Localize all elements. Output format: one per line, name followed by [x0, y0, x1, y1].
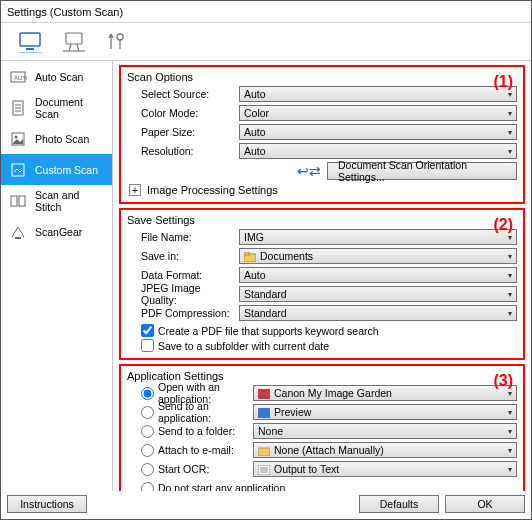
svg-rect-15 — [11, 196, 17, 206]
tab-network-icon[interactable] — [61, 31, 87, 53]
svg-point-4 — [117, 34, 123, 40]
sidebar-item-label: ScanGear — [35, 226, 82, 238]
sidebar: AUTO Auto Scan Document Scan Photo Scan … — [1, 61, 113, 491]
footer: Instructions Defaults OK — [1, 491, 531, 519]
section-save-settings: (2) Save Settings File Name: IMG▾ Save i… — [119, 208, 525, 360]
svg-rect-20 — [258, 389, 270, 399]
label-pdf-compression: PDF Compression: — [127, 307, 239, 319]
window-title: Settings (Custom Scan) — [1, 1, 531, 23]
label-save-in: Save in: — [127, 250, 239, 262]
expand-icon[interactable]: + — [129, 184, 141, 196]
sidebar-item-photo-scan[interactable]: Photo Scan — [1, 123, 112, 154]
defaults-button[interactable]: Defaults — [359, 495, 439, 513]
sidebar-item-label: Custom Scan — [35, 164, 98, 176]
radio-do-not-start[interactable]: Do not start any application — [127, 482, 285, 492]
sidebar-item-scan-stitch[interactable]: Scan and Stitch — [1, 185, 112, 216]
section-tag: (2) — [493, 216, 513, 234]
select-color-mode[interactable]: Color▾ — [239, 105, 517, 121]
sidebar-item-document-scan[interactable]: Document Scan — [1, 92, 112, 123]
label-data-format: Data Format: — [127, 269, 239, 281]
select-save-in[interactable]: Documents▾ — [239, 248, 517, 264]
sidebar-item-auto-scan[interactable]: AUTO Auto Scan — [1, 61, 112, 92]
svg-rect-22 — [258, 448, 270, 456]
section-application-settings: (3) Application Settings Open with an ap… — [119, 364, 525, 491]
label-color-mode: Color Mode: — [127, 107, 239, 119]
main-panel: (1) Scan Options Select Source: Auto▾ Co… — [113, 61, 531, 491]
image-processing-label: Image Processing Settings — [147, 184, 278, 196]
sidebar-item-label: Document Scan — [35, 96, 104, 120]
select-open-app[interactable]: Canon My Image Garden▾ — [253, 385, 517, 401]
select-paper-size[interactable]: Auto▾ — [239, 124, 517, 140]
svg-rect-21 — [258, 408, 270, 418]
refresh-icon[interactable]: ↩⇄ — [297, 163, 321, 179]
svg-rect-0 — [20, 33, 40, 46]
sidebar-item-label: Scan and Stitch — [35, 189, 104, 213]
select-pdf-compression[interactable]: Standard▾ — [239, 305, 517, 321]
svg-text:AUTO: AUTO — [14, 75, 27, 81]
svg-point-13 — [15, 135, 18, 138]
checkbox-subfolder-date[interactable]: Save to a subfolder with current date — [127, 339, 517, 352]
section-title: Scan Options — [127, 71, 517, 83]
select-ocr[interactable]: Output to Text▾ — [253, 461, 517, 477]
section-tag: (3) — [493, 372, 513, 390]
dialog-window: Settings (Custom Scan) AUTO Auto Scan Do… — [0, 0, 532, 520]
sidebar-item-label: Auto Scan — [35, 71, 83, 83]
radio-send-folder[interactable]: Send to a folder: — [127, 425, 253, 438]
orientation-settings-button[interactable]: Document Scan Orientation Settings... — [327, 162, 517, 180]
label-paper-size: Paper Size: — [127, 126, 239, 138]
svg-rect-16 — [19, 196, 25, 206]
sidebar-item-label: Photo Scan — [35, 133, 89, 145]
toolbar — [1, 23, 531, 61]
label-jpeg-quality: JPEG Image Quality: — [127, 282, 239, 306]
section-scan-options: (1) Scan Options Select Source: Auto▾ Co… — [119, 65, 525, 204]
select-send-app[interactable]: Preview▾ — [253, 404, 517, 420]
svg-rect-19 — [244, 252, 249, 255]
svg-rect-17 — [15, 237, 21, 239]
select-source[interactable]: Auto▾ — [239, 86, 517, 102]
select-send-folder[interactable]: None▾ — [253, 423, 517, 439]
section-tag: (1) — [493, 73, 513, 91]
label-file-name: File Name: — [127, 231, 239, 243]
radio-send-app[interactable]: Send to an application: — [127, 400, 253, 424]
radio-attach-email[interactable]: Attach to e-mail: — [127, 444, 253, 457]
label-resolution: Resolution: — [127, 145, 239, 157]
select-email[interactable]: None (Attach Manually)▾ — [253, 442, 517, 458]
svg-rect-1 — [26, 48, 34, 50]
tab-computer-icon[interactable] — [17, 31, 43, 53]
checkbox-pdf-keyword[interactable]: Create a PDF file that supports keyword … — [127, 324, 517, 337]
instructions-button[interactable]: Instructions — [7, 495, 87, 513]
select-resolution[interactable]: Auto▾ — [239, 143, 517, 159]
section-title: Save Settings — [127, 214, 517, 226]
label-select-source: Select Source: — [127, 88, 239, 100]
select-file-name[interactable]: IMG▾ — [239, 229, 517, 245]
tab-tools-icon[interactable] — [105, 31, 127, 53]
select-data-format[interactable]: Auto▾ — [239, 267, 517, 283]
ok-button[interactable]: OK — [445, 495, 525, 513]
sidebar-item-custom-scan[interactable]: Custom Scan — [1, 154, 112, 185]
svg-rect-3 — [66, 33, 82, 44]
radio-start-ocr[interactable]: Start OCR: — [127, 463, 253, 476]
sidebar-item-scangear[interactable]: ScanGear — [1, 216, 112, 247]
select-jpeg-quality[interactable]: Standard▾ — [239, 286, 517, 302]
